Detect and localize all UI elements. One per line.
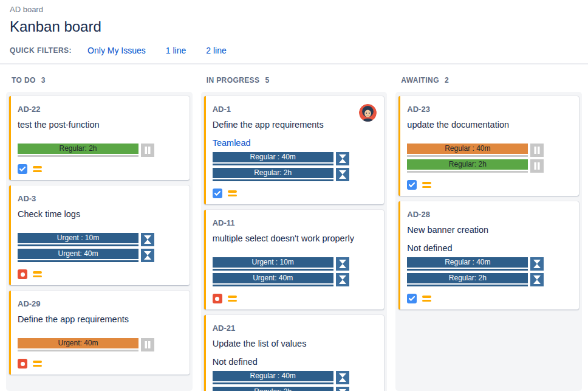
time-bar: Urgent: 40m (18, 249, 138, 262)
hourglass-icon[interactable] (530, 257, 544, 271)
bug-icon (18, 359, 27, 369)
hourglass-icon[interactable] (141, 249, 154, 262)
card-summary: Define the app requirements (18, 314, 183, 324)
task-check-icon (407, 294, 417, 303)
time-bars: Regular : 40m Regular: 2h (407, 144, 573, 173)
card-key: AD-1 (213, 105, 378, 114)
time-bar-track (213, 164, 333, 165)
time-bar-row: Regular : 40m (407, 144, 573, 157)
time-bar-track (213, 382, 333, 384)
task-check-icon (18, 164, 27, 174)
column-header-in-progress: IN PROGRESS 5 (201, 76, 388, 85)
priority-medium-icon (33, 361, 42, 367)
column-count: 3 (41, 76, 46, 85)
hourglass-icon[interactable] (336, 152, 349, 165)
priority-medium-icon (33, 271, 42, 277)
breadcrumb[interactable]: AD board (10, 5, 578, 14)
hourglass-icon[interactable] (530, 273, 544, 286)
card-key: AD-28 (407, 210, 573, 219)
time-bar-row: Regular: 2h (18, 144, 183, 157)
card-ad-3[interactable]: AD-3 Check time logs Urgent : 10m (9, 185, 190, 285)
card-field-value: Not defined (407, 243, 573, 253)
card-ad-28[interactable]: AD-28 New banner creation Not defined Re… (398, 201, 579, 310)
card-summary: multiple select doesn't work properly (213, 234, 378, 243)
time-bar: Regular : 40m (213, 152, 333, 165)
quick-filters-bar: QUICK FILTERS: Only My Issues 1 line 2 l… (10, 46, 578, 63)
filter-1-line[interactable]: 1 line (166, 46, 186, 55)
card-key: AD-22 (18, 105, 183, 114)
time-bar-row: Urgent: 40m (18, 338, 183, 351)
page-title: Kanban board (10, 18, 578, 35)
card-key: AD-3 (18, 194, 183, 203)
time-bars: Regular : 40m Regular: 2h (407, 257, 573, 286)
filter-2-line[interactable]: 2 line (206, 46, 226, 55)
priority-medium-icon (33, 166, 42, 172)
time-bar: Urgent : 10m (18, 233, 138, 246)
time-bars: Regular : 40m Regular: 2h (213, 152, 378, 181)
page-header: AD board Kanban board QUICK FILTERS: Onl… (0, 0, 588, 64)
time-bar-row: Regular : 40m (213, 371, 378, 384)
card-ad-29[interactable]: AD-29 Define the app requirements Urgent… (9, 291, 190, 375)
card-ad-23[interactable]: AD-23 update the documentation Regular :… (398, 96, 579, 196)
time-bar: Urgent: 40m (18, 338, 138, 351)
time-bar-row: Regular: 2h (407, 273, 573, 286)
card-footer (18, 164, 183, 174)
time-bar-row: Urgent : 10m (18, 233, 183, 246)
card-footer (407, 294, 573, 303)
kanban-board: TO DO 3 AD-22 test the post-function Reg… (0, 64, 588, 391)
time-bar-label: Regular: 2h (407, 159, 528, 170)
card-ad-21[interactable]: AD-21 Update the list of values Not defi… (204, 315, 385, 391)
time-bar-label: Urgent: 40m (213, 273, 333, 283)
hourglass-icon[interactable] (336, 387, 349, 391)
time-bar-label: Urgent : 10m (18, 233, 138, 243)
time-bar-track (213, 285, 333, 286)
card-key: AD-21 (213, 324, 378, 333)
time-bar: Regular : 40m (407, 144, 528, 157)
time-bar-row: Regular: 2h (213, 387, 378, 391)
time-bar: Urgent : 10m (213, 257, 333, 271)
card-key: AD-23 (407, 105, 573, 114)
pause-icon[interactable] (530, 144, 544, 157)
card-ad-11[interactable]: AD-11 multiple select doesn't work prope… (204, 210, 385, 310)
time-bar-track (407, 269, 528, 271)
hourglass-icon[interactable] (336, 168, 349, 181)
time-bars: Urgent : 10m Urgent: 40m (213, 257, 378, 286)
time-bar-track (18, 350, 138, 351)
time-bar: Regular : 40m (407, 257, 528, 271)
time-bars: Urgent: 40m (18, 338, 183, 351)
column-name: TO DO (12, 76, 36, 85)
column-count: 2 (445, 76, 449, 85)
user-avatar[interactable] (359, 104, 377, 122)
time-bar-row: Regular: 2h (407, 159, 573, 173)
time-bar-label: Regular: 2h (407, 273, 528, 283)
hourglass-icon[interactable] (336, 257, 349, 271)
time-bar-label: Urgent: 40m (18, 338, 138, 348)
column-body-to-do: AD-22 test the post-function Regular: 2h (6, 92, 193, 391)
card-ad-22[interactable]: AD-22 test the post-function Regular: 2h (9, 96, 190, 180)
pause-icon[interactable] (141, 338, 154, 351)
time-bar-row: Urgent : 10m (213, 257, 378, 271)
priority-medium-icon (228, 296, 237, 302)
card-summary: test the post-function (18, 120, 183, 130)
hourglass-icon[interactable] (336, 371, 349, 384)
time-bar: Regular: 2h (213, 168, 333, 181)
pause-icon[interactable] (530, 159, 544, 173)
column-awaiting: AWAITING 2 AD-23 update the documentatio… (395, 75, 582, 391)
filter-only-my-issues[interactable]: Only My Issues (87, 46, 146, 55)
card-summary: Check time logs (18, 209, 183, 219)
quick-filters-label: QUICK FILTERS: (10, 46, 72, 55)
pause-icon[interactable] (141, 144, 154, 157)
card-key: AD-29 (18, 299, 183, 308)
card-summary: update the documentation (407, 120, 573, 130)
hourglass-icon[interactable] (336, 273, 349, 286)
card-summary: Update the list of values (213, 339, 378, 348)
card-ad-1[interactable]: AD-1 Define the app requirements Teamlea… (204, 96, 385, 204)
time-bar-row: Urgent: 40m (18, 249, 183, 262)
card-field-link[interactable]: Teamlead (213, 138, 378, 148)
hourglass-icon[interactable] (141, 233, 154, 246)
column-header-to-do: TO DO 3 (6, 76, 193, 85)
time-bar-track (18, 155, 138, 157)
time-bars: Regular : 40m Regular: 2h (213, 371, 378, 391)
column-header-awaiting: AWAITING 2 (395, 76, 582, 85)
time-bar-track (213, 269, 333, 271)
